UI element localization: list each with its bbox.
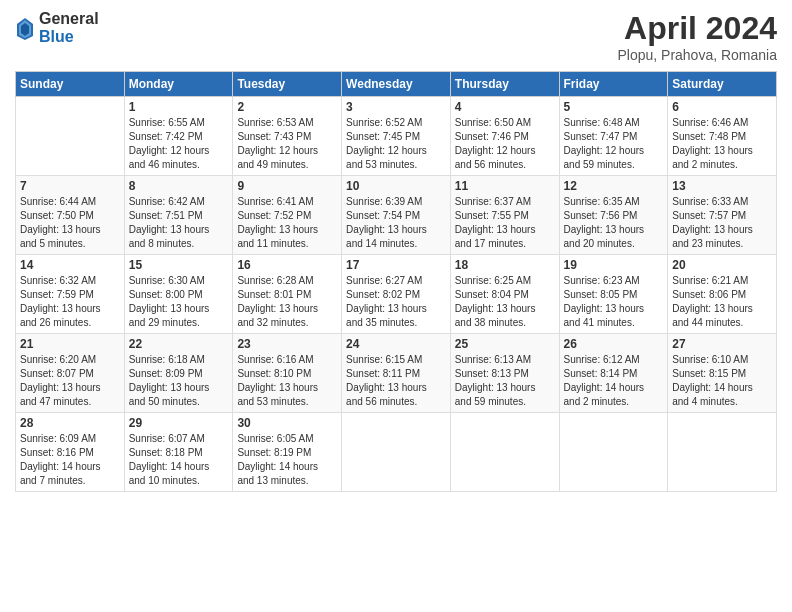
calendar-cell: 8Sunrise: 6:42 AM Sunset: 7:51 PM Daylig… bbox=[124, 176, 233, 255]
calendar-week-row: 28Sunrise: 6:09 AM Sunset: 8:16 PM Dayli… bbox=[16, 413, 777, 492]
calendar-cell: 5Sunrise: 6:48 AM Sunset: 7:47 PM Daylig… bbox=[559, 97, 668, 176]
day-number: 3 bbox=[346, 100, 446, 114]
day-info: Sunrise: 6:55 AM Sunset: 7:42 PM Dayligh… bbox=[129, 116, 229, 172]
calendar-cell: 3Sunrise: 6:52 AM Sunset: 7:45 PM Daylig… bbox=[342, 97, 451, 176]
calendar-cell: 14Sunrise: 6:32 AM Sunset: 7:59 PM Dayli… bbox=[16, 255, 125, 334]
calendar-cell: 26Sunrise: 6:12 AM Sunset: 8:14 PM Dayli… bbox=[559, 334, 668, 413]
day-info: Sunrise: 6:30 AM Sunset: 8:00 PM Dayligh… bbox=[129, 274, 229, 330]
day-info: Sunrise: 6:12 AM Sunset: 8:14 PM Dayligh… bbox=[564, 353, 664, 409]
day-info: Sunrise: 6:27 AM Sunset: 8:02 PM Dayligh… bbox=[346, 274, 446, 330]
header: General Blue April 2024 Plopu, Prahova, … bbox=[15, 10, 777, 63]
col-friday: Friday bbox=[559, 72, 668, 97]
day-info: Sunrise: 6:39 AM Sunset: 7:54 PM Dayligh… bbox=[346, 195, 446, 251]
day-number: 22 bbox=[129, 337, 229, 351]
day-number: 24 bbox=[346, 337, 446, 351]
page-container: General Blue April 2024 Plopu, Prahova, … bbox=[0, 0, 792, 502]
calendar-header-row: Sunday Monday Tuesday Wednesday Thursday… bbox=[16, 72, 777, 97]
col-sunday: Sunday bbox=[16, 72, 125, 97]
day-number: 2 bbox=[237, 100, 337, 114]
calendar-body: 1Sunrise: 6:55 AM Sunset: 7:42 PM Daylig… bbox=[16, 97, 777, 492]
calendar-cell: 23Sunrise: 6:16 AM Sunset: 8:10 PM Dayli… bbox=[233, 334, 342, 413]
day-info: Sunrise: 6:13 AM Sunset: 8:13 PM Dayligh… bbox=[455, 353, 555, 409]
day-number: 13 bbox=[672, 179, 772, 193]
day-number: 11 bbox=[455, 179, 555, 193]
day-number: 21 bbox=[20, 337, 120, 351]
day-number: 30 bbox=[237, 416, 337, 430]
calendar-cell: 15Sunrise: 6:30 AM Sunset: 8:00 PM Dayli… bbox=[124, 255, 233, 334]
day-info: Sunrise: 6:16 AM Sunset: 8:10 PM Dayligh… bbox=[237, 353, 337, 409]
calendar-cell: 28Sunrise: 6:09 AM Sunset: 8:16 PM Dayli… bbox=[16, 413, 125, 492]
day-info: Sunrise: 6:20 AM Sunset: 8:07 PM Dayligh… bbox=[20, 353, 120, 409]
day-info: Sunrise: 6:07 AM Sunset: 8:18 PM Dayligh… bbox=[129, 432, 229, 488]
logo-general: General bbox=[39, 10, 99, 28]
day-info: Sunrise: 6:18 AM Sunset: 8:09 PM Dayligh… bbox=[129, 353, 229, 409]
day-info: Sunrise: 6:05 AM Sunset: 8:19 PM Dayligh… bbox=[237, 432, 337, 488]
day-info: Sunrise: 6:21 AM Sunset: 8:06 PM Dayligh… bbox=[672, 274, 772, 330]
calendar-cell: 10Sunrise: 6:39 AM Sunset: 7:54 PM Dayli… bbox=[342, 176, 451, 255]
day-number: 10 bbox=[346, 179, 446, 193]
calendar-cell: 18Sunrise: 6:25 AM Sunset: 8:04 PM Dayli… bbox=[450, 255, 559, 334]
calendar-cell: 16Sunrise: 6:28 AM Sunset: 8:01 PM Dayli… bbox=[233, 255, 342, 334]
calendar-cell: 6Sunrise: 6:46 AM Sunset: 7:48 PM Daylig… bbox=[668, 97, 777, 176]
calendar-cell: 22Sunrise: 6:18 AM Sunset: 8:09 PM Dayli… bbox=[124, 334, 233, 413]
day-number: 7 bbox=[20, 179, 120, 193]
title-area: April 2024 Plopu, Prahova, Romania bbox=[617, 10, 777, 63]
day-info: Sunrise: 6:09 AM Sunset: 8:16 PM Dayligh… bbox=[20, 432, 120, 488]
calendar-cell: 7Sunrise: 6:44 AM Sunset: 7:50 PM Daylig… bbox=[16, 176, 125, 255]
calendar-cell: 20Sunrise: 6:21 AM Sunset: 8:06 PM Dayli… bbox=[668, 255, 777, 334]
calendar-cell: 27Sunrise: 6:10 AM Sunset: 8:15 PM Dayli… bbox=[668, 334, 777, 413]
calendar-cell: 13Sunrise: 6:33 AM Sunset: 7:57 PM Dayli… bbox=[668, 176, 777, 255]
subtitle: Plopu, Prahova, Romania bbox=[617, 47, 777, 63]
day-info: Sunrise: 6:50 AM Sunset: 7:46 PM Dayligh… bbox=[455, 116, 555, 172]
day-number: 29 bbox=[129, 416, 229, 430]
day-info: Sunrise: 6:41 AM Sunset: 7:52 PM Dayligh… bbox=[237, 195, 337, 251]
day-info: Sunrise: 6:52 AM Sunset: 7:45 PM Dayligh… bbox=[346, 116, 446, 172]
calendar-week-row: 7Sunrise: 6:44 AM Sunset: 7:50 PM Daylig… bbox=[16, 176, 777, 255]
calendar-cell bbox=[668, 413, 777, 492]
day-info: Sunrise: 6:23 AM Sunset: 8:05 PM Dayligh… bbox=[564, 274, 664, 330]
day-number: 16 bbox=[237, 258, 337, 272]
col-thursday: Thursday bbox=[450, 72, 559, 97]
calendar-cell: 1Sunrise: 6:55 AM Sunset: 7:42 PM Daylig… bbox=[124, 97, 233, 176]
calendar-cell: 9Sunrise: 6:41 AM Sunset: 7:52 PM Daylig… bbox=[233, 176, 342, 255]
calendar-cell: 17Sunrise: 6:27 AM Sunset: 8:02 PM Dayli… bbox=[342, 255, 451, 334]
calendar-cell bbox=[342, 413, 451, 492]
calendar-cell: 11Sunrise: 6:37 AM Sunset: 7:55 PM Dayli… bbox=[450, 176, 559, 255]
logo-text: General Blue bbox=[39, 10, 99, 45]
day-number: 17 bbox=[346, 258, 446, 272]
day-number: 12 bbox=[564, 179, 664, 193]
calendar-cell: 25Sunrise: 6:13 AM Sunset: 8:13 PM Dayli… bbox=[450, 334, 559, 413]
day-number: 26 bbox=[564, 337, 664, 351]
logo-blue: Blue bbox=[39, 28, 99, 46]
calendar-week-row: 1Sunrise: 6:55 AM Sunset: 7:42 PM Daylig… bbox=[16, 97, 777, 176]
day-info: Sunrise: 6:46 AM Sunset: 7:48 PM Dayligh… bbox=[672, 116, 772, 172]
day-info: Sunrise: 6:28 AM Sunset: 8:01 PM Dayligh… bbox=[237, 274, 337, 330]
calendar-cell: 29Sunrise: 6:07 AM Sunset: 8:18 PM Dayli… bbox=[124, 413, 233, 492]
calendar-cell: 30Sunrise: 6:05 AM Sunset: 8:19 PM Dayli… bbox=[233, 413, 342, 492]
day-number: 25 bbox=[455, 337, 555, 351]
day-number: 20 bbox=[672, 258, 772, 272]
day-info: Sunrise: 6:25 AM Sunset: 8:04 PM Dayligh… bbox=[455, 274, 555, 330]
calendar-week-row: 14Sunrise: 6:32 AM Sunset: 7:59 PM Dayli… bbox=[16, 255, 777, 334]
day-info: Sunrise: 6:53 AM Sunset: 7:43 PM Dayligh… bbox=[237, 116, 337, 172]
day-info: Sunrise: 6:32 AM Sunset: 7:59 PM Dayligh… bbox=[20, 274, 120, 330]
col-saturday: Saturday bbox=[668, 72, 777, 97]
logo: General Blue bbox=[15, 10, 99, 45]
day-number: 6 bbox=[672, 100, 772, 114]
day-number: 19 bbox=[564, 258, 664, 272]
calendar-cell bbox=[450, 413, 559, 492]
calendar-cell bbox=[16, 97, 125, 176]
col-wednesday: Wednesday bbox=[342, 72, 451, 97]
logo-icon bbox=[15, 16, 35, 40]
day-number: 9 bbox=[237, 179, 337, 193]
calendar-cell: 2Sunrise: 6:53 AM Sunset: 7:43 PM Daylig… bbox=[233, 97, 342, 176]
col-tuesday: Tuesday bbox=[233, 72, 342, 97]
day-number: 1 bbox=[129, 100, 229, 114]
calendar-week-row: 21Sunrise: 6:20 AM Sunset: 8:07 PM Dayli… bbox=[16, 334, 777, 413]
day-info: Sunrise: 6:44 AM Sunset: 7:50 PM Dayligh… bbox=[20, 195, 120, 251]
day-number: 14 bbox=[20, 258, 120, 272]
day-number: 27 bbox=[672, 337, 772, 351]
calendar-cell bbox=[559, 413, 668, 492]
day-info: Sunrise: 6:33 AM Sunset: 7:57 PM Dayligh… bbox=[672, 195, 772, 251]
day-number: 18 bbox=[455, 258, 555, 272]
